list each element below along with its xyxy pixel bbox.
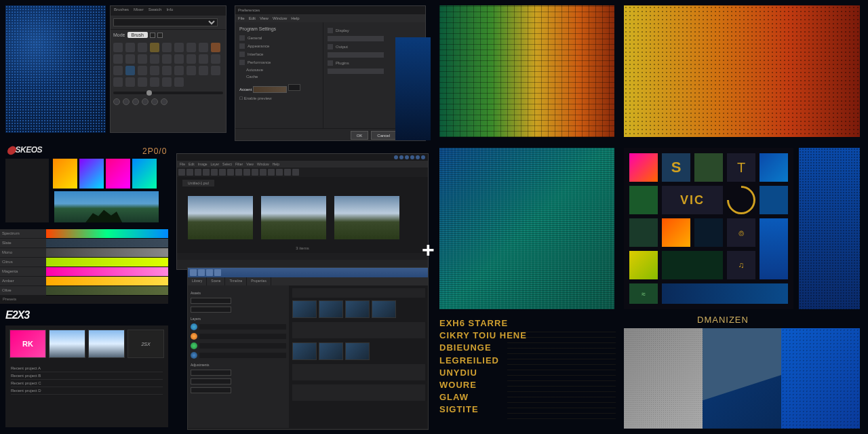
menu-file[interactable]: File — [238, 16, 245, 20]
brush-icon[interactable] — [199, 66, 208, 75]
brush-icon[interactable] — [174, 66, 184, 75]
canvas-image[interactable] — [261, 196, 326, 239]
dropdown[interactable] — [191, 298, 231, 304]
menu-item[interactable]: Layer — [211, 162, 220, 166]
num-input[interactable] — [288, 84, 300, 91]
brush-icon[interactable] — [199, 43, 208, 52]
brush-icon[interactable] — [150, 66, 159, 75]
asset-thumb[interactable] — [319, 342, 343, 360]
dropdown[interactable] — [191, 387, 231, 393]
brush-icon[interactable] — [125, 43, 135, 52]
menu-item[interactable]: File — [180, 162, 185, 166]
tool-icon[interactable] — [203, 169, 210, 176]
layer-row[interactable] — [191, 368, 286, 377]
brush-icon[interactable] — [125, 54, 135, 64]
brush-icon[interactable] — [162, 54, 172, 64]
mode-value[interactable]: Brush — [127, 32, 148, 38]
window-dot-icon[interactable] — [399, 155, 403, 159]
swatch-circle-icon[interactable] — [132, 98, 139, 105]
pref-item[interactable]: Interface — [239, 50, 319, 58]
size-slider[interactable] — [113, 92, 223, 94]
brush-icon[interactable] — [125, 77, 135, 87]
tool-icon[interactable] — [276, 169, 283, 176]
swatch-circle-icon[interactable] — [161, 98, 167, 105]
dropdown[interactable] — [191, 378, 231, 384]
window-dot-icon[interactable] — [421, 155, 425, 159]
layer-row[interactable] — [191, 296, 286, 305]
swatch-circle-icon[interactable] — [123, 98, 130, 105]
brush-icon[interactable] — [211, 43, 220, 52]
mode-checkbox-2[interactable] — [157, 33, 163, 38]
gradient-bar[interactable] — [46, 277, 168, 286]
asset-thumb[interactable] — [345, 300, 370, 318]
swatch-circle-icon[interactable] — [151, 98, 158, 105]
brush-icon[interactable] — [138, 43, 147, 52]
gradient-swatch[interactable] — [79, 159, 104, 189]
layer-row[interactable] — [191, 351, 286, 360]
brush-icon[interactable] — [186, 66, 196, 75]
tool-icon[interactable] — [235, 169, 242, 176]
gradient-bar[interactable] — [46, 258, 168, 267]
preview-checkbox[interactable]: ☐ Enable preview — [239, 96, 319, 100]
brush-icon[interactable] — [174, 54, 184, 64]
menu-item[interactable]: Filter — [235, 162, 243, 166]
gradient-bar[interactable] — [46, 239, 168, 248]
gradient-bar[interactable] — [46, 267, 168, 277]
swatch-circle-icon[interactable] — [113, 98, 120, 105]
timeline-track[interactable] — [292, 322, 425, 338]
tool-icon[interactable] — [284, 169, 291, 176]
brush-icon[interactable] — [174, 43, 184, 52]
tab-timeline[interactable]: Timeline — [225, 277, 247, 285]
tab-library[interactable]: Library — [188, 277, 207, 285]
tool-icon[interactable] — [268, 169, 275, 176]
tool-icon[interactable] — [227, 169, 234, 176]
tool-icon[interactable] — [219, 169, 226, 176]
brush-icon[interactable] — [186, 43, 196, 52]
menu-item[interactable]: Select — [222, 162, 232, 166]
gradient-bar[interactable] — [46, 229, 168, 239]
tool-icon[interactable] — [195, 169, 201, 176]
asset-thumb[interactable] — [372, 300, 396, 318]
list-item[interactable]: Recent project B — [11, 372, 163, 380]
brush-icon[interactable] — [125, 66, 135, 75]
tab-brushes[interactable]: Brushes — [112, 7, 131, 15]
canvas-image[interactable] — [188, 196, 253, 239]
gradient-swatch[interactable] — [132, 159, 157, 189]
mode-checkbox[interactable] — [150, 33, 155, 38]
asset-thumb[interactable] — [319, 300, 343, 318]
tool-icon[interactable] — [292, 169, 299, 176]
dropdown[interactable] — [191, 307, 231, 313]
tab-scene[interactable]: Scene — [207, 277, 225, 285]
tool-icon[interactable] — [178, 169, 185, 176]
brush-icon[interactable] — [150, 77, 159, 87]
layer-row[interactable] — [191, 305, 286, 314]
brush-icon[interactable] — [150, 43, 159, 52]
menu-view[interactable]: View — [260, 16, 269, 20]
list-item[interactable]: Recent project A — [11, 365, 163, 372]
brush-icon[interactable] — [113, 43, 123, 52]
brush-icon[interactable] — [199, 54, 208, 64]
menu-item[interactable]: Window — [257, 162, 269, 166]
dropdown[interactable] — [191, 370, 231, 376]
layer-row[interactable] — [191, 386, 286, 395]
brush-icon[interactable] — [113, 77, 123, 87]
brush-icon[interactable] — [211, 66, 220, 75]
brush-icon[interactable] — [211, 54, 220, 64]
cancel-button[interactable]: Cancel — [371, 131, 396, 140]
window-dot-icon[interactable] — [394, 155, 398, 159]
thumb-sky[interactable] — [88, 330, 125, 358]
tool-icon[interactable] — [252, 169, 258, 176]
menu-help[interactable]: Help — [291, 16, 299, 20]
brush-icon[interactable] — [138, 54, 147, 64]
pref-item[interactable]: General — [239, 34, 319, 42]
menu-edit[interactable]: Edit — [249, 16, 256, 20]
pref-subitem[interactable]: Autosave — [246, 66, 319, 73]
gradient-bar[interactable] — [46, 286, 168, 296]
color-input[interactable] — [253, 86, 287, 93]
brush-icon[interactable] — [138, 66, 147, 75]
brush-icon[interactable] — [174, 77, 184, 87]
window-dot-icon[interactable] — [416, 155, 420, 159]
brush-icon[interactable] — [113, 66, 123, 75]
brush-icon[interactable] — [113, 54, 123, 64]
menu-item[interactable]: View — [246, 162, 254, 166]
